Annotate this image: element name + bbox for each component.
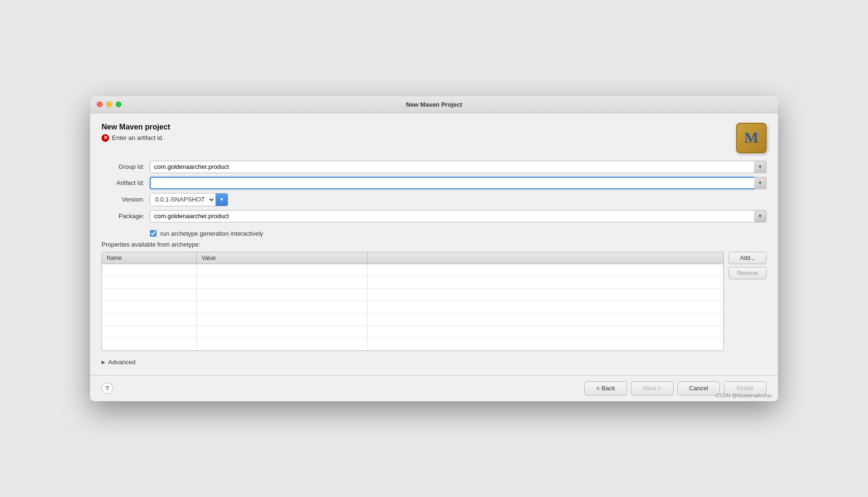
window-controls bbox=[97, 101, 121, 107]
error-row: ✕ Enter an artifact id. bbox=[102, 134, 170, 142]
window-title: New Maven Project bbox=[406, 101, 462, 108]
group-id-label: Group Id: bbox=[102, 163, 144, 170]
version-select[interactable]: 0.0.1-SNAPSHOT bbox=[150, 193, 215, 206]
watermark: CSDN @GoldenaArcher bbox=[716, 393, 772, 398]
form-section: Group Id: ▼ Artifact Id: ▼ Version: bbox=[102, 161, 766, 222]
package-label: Package: bbox=[102, 212, 144, 220]
version-dropdown-btn[interactable]: ▼ bbox=[215, 193, 228, 206]
close-button[interactable] bbox=[97, 101, 102, 107]
maven-icon: M bbox=[736, 123, 766, 153]
remove-button[interactable]: Remove bbox=[729, 267, 766, 279]
properties-table: Name Value bbox=[102, 252, 724, 351]
cancel-button[interactable]: Cancel bbox=[677, 381, 720, 396]
table-row[interactable] bbox=[102, 289, 723, 301]
properties-section: Properties available from archetype: Nam… bbox=[102, 241, 766, 351]
table-row[interactable] bbox=[102, 276, 723, 289]
header-left: New Maven project ✕ Enter an artifact id… bbox=[102, 123, 170, 142]
artifact-id-label: Artifact Id: bbox=[102, 179, 144, 186]
table-row[interactable] bbox=[102, 338, 723, 350]
advanced-section[interactable]: ▶ Advanced bbox=[102, 359, 766, 366]
back-button[interactable]: < Back bbox=[584, 381, 627, 396]
table-header: Name Value bbox=[102, 252, 723, 264]
artifact-id-input[interactable] bbox=[150, 177, 754, 189]
properties-buttons: Add... Remove bbox=[729, 252, 766, 279]
footer-wrapper: ? < Back Next > Cancel Finish CSDN @Gold… bbox=[90, 375, 778, 401]
table-row[interactable] bbox=[102, 264, 723, 276]
error-icon: ✕ bbox=[102, 134, 109, 142]
col-extra-header bbox=[368, 252, 723, 264]
col-value-header: Value bbox=[197, 252, 368, 264]
advanced-label: Advanced bbox=[108, 359, 136, 366]
page-title: New Maven project bbox=[102, 123, 170, 131]
group-id-dropdown-btn[interactable]: ▼ bbox=[754, 161, 766, 173]
checkbox-row: run archetype generation interactively bbox=[150, 230, 766, 237]
help-button[interactable]: ? bbox=[102, 383, 113, 394]
package-dropdown-btn[interactable]: ▼ bbox=[754, 210, 766, 222]
artifact-id-row: Artifact Id: ▼ bbox=[102, 177, 766, 189]
version-select-wrapper: 0.0.1-SNAPSHOT ▼ bbox=[150, 193, 228, 206]
version-row: Version: 0.0.1-SNAPSHOT ▼ bbox=[102, 193, 766, 206]
table-body bbox=[102, 264, 723, 350]
package-row: Package: ▼ bbox=[102, 210, 766, 222]
advanced-arrow-icon: ▶ bbox=[102, 359, 105, 365]
table-row[interactable] bbox=[102, 326, 723, 338]
maximize-button[interactable] bbox=[116, 101, 121, 107]
group-id-input[interactable] bbox=[150, 161, 754, 173]
group-id-row: Group Id: ▼ bbox=[102, 161, 766, 173]
artifact-id-dropdown-btn[interactable]: ▼ bbox=[754, 177, 766, 189]
add-button[interactable]: Add... bbox=[729, 252, 766, 264]
properties-container: Name Value Add... bbox=[102, 252, 766, 351]
version-label: Version: bbox=[102, 196, 144, 203]
table-row[interactable] bbox=[102, 301, 723, 313]
group-id-field-wrapper: ▼ bbox=[150, 161, 766, 173]
page-header: New Maven project ✕ Enter an artifact id… bbox=[102, 123, 766, 153]
next-button[interactable]: Next > bbox=[631, 381, 674, 396]
dialog-content: New Maven project ✕ Enter an artifact id… bbox=[90, 113, 778, 375]
package-field-wrapper: ▼ bbox=[150, 210, 766, 222]
checkbox-label: run archetype generation interactively bbox=[160, 230, 263, 237]
properties-title: Properties available from archetype: bbox=[102, 241, 766, 248]
artifact-id-field-wrapper: ▼ bbox=[150, 177, 766, 189]
archetype-checkbox[interactable] bbox=[150, 230, 157, 237]
dialog-window: New Maven Project New Maven project ✕ En… bbox=[90, 96, 778, 401]
package-input[interactable] bbox=[150, 210, 754, 222]
error-message: Enter an artifact id. bbox=[112, 134, 164, 141]
table-row[interactable] bbox=[102, 313, 723, 326]
minimize-button[interactable] bbox=[106, 101, 112, 107]
col-name-header: Name bbox=[102, 252, 197, 264]
title-bar: New Maven Project bbox=[90, 96, 778, 113]
footer-left: ? bbox=[102, 383, 113, 394]
footer: ? < Back Next > Cancel Finish bbox=[90, 375, 778, 401]
